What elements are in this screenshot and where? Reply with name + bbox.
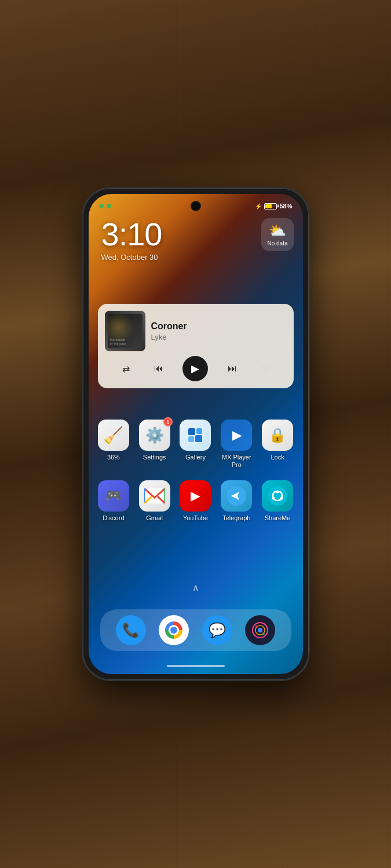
settings-badge: 1 bbox=[163, 417, 173, 426]
svg-point-12 bbox=[276, 491, 279, 494]
settings-icon-symbol: ⚙️ bbox=[145, 426, 164, 444]
weather-label: No data bbox=[267, 240, 287, 247]
app-row-2: 🎮 Discord G bbox=[93, 480, 298, 522]
weather-icon: ⛅ bbox=[269, 223, 286, 239]
youtube-icon: ▶ bbox=[180, 480, 211, 512]
camera-icon-svg bbox=[252, 622, 268, 638]
clock-time: 3:10 bbox=[101, 218, 162, 251]
album-art-inner: the soundof the june bbox=[108, 314, 142, 348]
status-left bbox=[99, 204, 111, 208]
status-right: ⚡ 58% bbox=[255, 203, 292, 209]
telegraph-icon bbox=[221, 480, 252, 512]
gallery-icon bbox=[180, 420, 211, 451]
svg-rect-1 bbox=[188, 428, 195, 435]
app-item-discord[interactable]: 🎮 Discord bbox=[95, 480, 132, 522]
phone-icon: 📞 bbox=[122, 622, 140, 638]
dock-messages[interactable]: 💬 bbox=[202, 615, 232, 645]
shareme-label: ShareMe bbox=[265, 514, 291, 522]
heart-button[interactable]: ♡ bbox=[256, 359, 275, 378]
app-item-mxplayer[interactable]: ▶ MX PlayerPro bbox=[218, 420, 255, 469]
music-info: Coroner Lyke bbox=[151, 321, 287, 341]
battery-body bbox=[264, 203, 277, 209]
discord-icon: 🎮 bbox=[98, 480, 129, 512]
next-button[interactable]: ⏭ bbox=[223, 359, 242, 378]
mxplayer-icon: ▶ bbox=[221, 420, 252, 451]
app-item-cleaner[interactable]: 🧹 36% bbox=[95, 420, 132, 469]
dock-phone[interactable]: 📞 bbox=[116, 615, 146, 645]
shareme-icon-svg bbox=[268, 486, 287, 506]
svg-point-18 bbox=[255, 626, 258, 628]
album-art-text: the soundof the june bbox=[110, 338, 126, 346]
music-top: the soundof the june Coroner Lyke bbox=[105, 311, 287, 351]
battery-fill bbox=[265, 204, 271, 208]
gmail-icon-svg bbox=[144, 488, 165, 503]
gallery-icon-svg bbox=[186, 426, 204, 444]
up-arrow[interactable]: ∧ bbox=[192, 582, 199, 593]
lock-icon-symbol: 🔒 bbox=[269, 427, 286, 443]
app-item-settings[interactable]: ⚙️ 1 Settings bbox=[136, 420, 173, 469]
discord-label: Discord bbox=[103, 514, 124, 522]
clock-area: 3:10 Wed, October 30 bbox=[101, 218, 162, 262]
gmail-label: Gmail bbox=[146, 514, 163, 522]
green-dot-1 bbox=[99, 204, 104, 208]
music-title: Coroner bbox=[151, 321, 287, 332]
app-item-telegraph[interactable]: Telegraph bbox=[218, 480, 255, 522]
svg-point-19 bbox=[262, 632, 265, 635]
lock-icon: 🔒 bbox=[262, 420, 293, 451]
cleaner-icon-symbol: 🧹 bbox=[103, 426, 123, 445]
app-item-lock[interactable]: 🔒 Lock bbox=[259, 420, 296, 469]
mxplayer-label: MX PlayerPro bbox=[222, 454, 251, 469]
svg-point-17 bbox=[258, 628, 262, 632]
app-item-gallery[interactable]: Gallery bbox=[177, 420, 214, 469]
lock-label: Lock bbox=[271, 454, 284, 461]
svg-rect-4 bbox=[195, 435, 202, 442]
camera-hole bbox=[192, 202, 200, 210]
phone-screen: ⚡ 58% 3:10 Wed, October 30 ⛅ No data bbox=[89, 194, 303, 674]
shuffle-button[interactable]: ⇄ bbox=[116, 359, 135, 378]
svg-rect-2 bbox=[196, 428, 202, 434]
app-item-gmail[interactable]: Gmail bbox=[136, 480, 173, 522]
phone-device: ⚡ 58% 3:10 Wed, October 30 ⛅ No data bbox=[83, 188, 309, 680]
app-grid: 🧹 36% ⚙️ 1 Settings bbox=[89, 420, 303, 534]
app-item-shareme[interactable]: ShareMe bbox=[259, 480, 296, 522]
home-indicator[interactable] bbox=[167, 665, 225, 667]
svg-point-11 bbox=[268, 486, 287, 506]
telegraph-icon-svg bbox=[226, 486, 246, 506]
shareme-icon bbox=[262, 480, 293, 512]
clock-date: Wed, October 30 bbox=[101, 253, 162, 262]
youtube-icon-symbol: ▶ bbox=[191, 488, 200, 503]
mxplayer-icon-symbol: ▶ bbox=[232, 428, 241, 442]
app-item-youtube[interactable]: ▶ YouTube bbox=[177, 480, 214, 522]
gmail-icon bbox=[139, 480, 170, 512]
weather-widget[interactable]: ⛅ No data bbox=[261, 218, 293, 251]
battery-percent: 58% bbox=[279, 203, 292, 209]
music-controls: ⇄ ⏮ ▶ ⏭ ♡ bbox=[105, 356, 287, 381]
youtube-label: YouTube bbox=[183, 514, 208, 522]
dock-chrome[interactable] bbox=[159, 615, 189, 645]
music-player-widget[interactable]: the soundof the june Coroner Lyke ⇄ ⏮ ▶ … bbox=[98, 304, 294, 388]
album-art: the soundof the june bbox=[105, 311, 145, 351]
prev-button[interactable]: ⏮ bbox=[149, 359, 168, 378]
svg-point-13 bbox=[272, 497, 275, 500]
settings-icon: ⚙️ 1 bbox=[139, 420, 170, 451]
svg-point-14 bbox=[280, 497, 283, 500]
cleaner-label: 36% bbox=[107, 454, 120, 461]
cleaner-icon: 🧹 bbox=[98, 420, 129, 451]
gallery-label: Gallery bbox=[185, 454, 206, 461]
app-row-1: 🧹 36% ⚙️ 1 Settings bbox=[93, 420, 298, 469]
discord-icon-symbol: 🎮 bbox=[105, 488, 121, 503]
app-dock: 📞 💬 bbox=[100, 609, 291, 651]
chrome-icon bbox=[165, 621, 182, 639]
settings-label: Settings bbox=[143, 454, 166, 461]
play-button[interactable]: ▶ bbox=[182, 356, 208, 381]
svg-rect-3 bbox=[188, 436, 194, 442]
telegraph-label: Telegraph bbox=[222, 514, 250, 522]
messages-icon: 💬 bbox=[209, 622, 226, 638]
green-dot-2 bbox=[107, 204, 111, 208]
charging-icon: ⚡ bbox=[255, 203, 262, 209]
battery-indicator bbox=[264, 203, 277, 209]
music-artist: Lyke bbox=[151, 333, 287, 341]
dock-camera[interactable] bbox=[245, 615, 275, 645]
